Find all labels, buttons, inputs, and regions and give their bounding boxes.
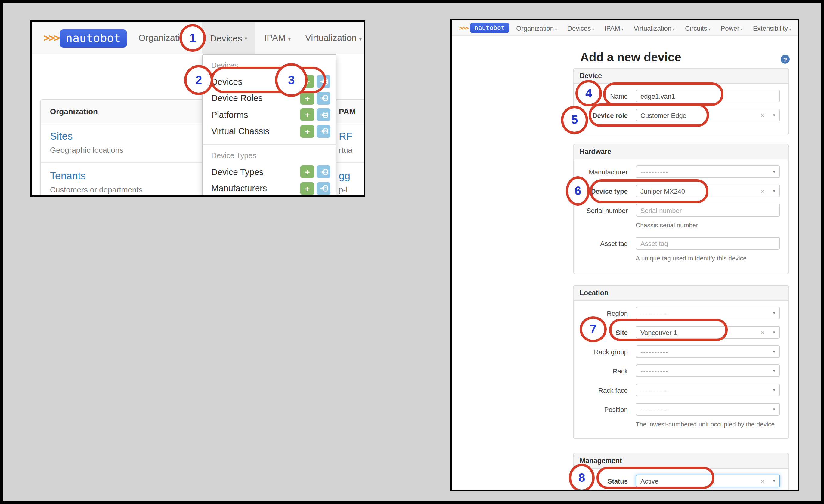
plus-icon: + bbox=[305, 110, 310, 119]
asset-tag-input[interactable] bbox=[640, 240, 775, 247]
rack-group-select[interactable]: ---------- ▾ bbox=[636, 345, 780, 358]
annotation-circle-7: 7 bbox=[580, 317, 607, 342]
import-platforms-button[interactable] bbox=[317, 108, 330, 121]
menu-item-platforms[interactable]: Platforms + bbox=[203, 107, 336, 123]
annotation-circle-2: 2 bbox=[184, 65, 213, 95]
add-platforms-button[interactable]: + bbox=[300, 108, 314, 121]
import-manufacturers-button[interactable] bbox=[317, 182, 330, 195]
chevron-down-icon: ▾ bbox=[359, 36, 362, 42]
import-icon bbox=[319, 168, 328, 175]
page-title: Add a new device bbox=[580, 50, 681, 65]
tutorial-canvas: >>> nautobot Organization▾ Devices▾ IPAM… bbox=[0, 0, 824, 504]
chevron-down-icon[interactable]: ▾ bbox=[773, 188, 775, 194]
rack-face-label: Rack face bbox=[582, 386, 628, 394]
clear-icon[interactable]: × bbox=[761, 112, 765, 119]
add-device-types-button[interactable]: + bbox=[300, 165, 314, 178]
clear-icon[interactable]: × bbox=[761, 477, 765, 485]
chevron-down-icon: ▾ bbox=[708, 27, 710, 31]
nautobot-logo[interactable]: nautobot bbox=[470, 23, 509, 33]
screenshot-add-device-form: >>> nautobot Organization▾ Devices▾ IPAM… bbox=[450, 19, 799, 491]
manufacturer-select[interactable]: ---------- ▾ bbox=[636, 165, 780, 178]
plus-icon: + bbox=[305, 127, 310, 136]
aggregates-link-fragment[interactable]: gg bbox=[339, 170, 366, 182]
chevron-down-icon[interactable]: ▾ bbox=[773, 478, 775, 484]
nav-item-devices[interactable]: Devices▾ bbox=[202, 22, 255, 54]
location-panel-title: Location bbox=[574, 286, 789, 301]
nautobot-chevrons-icon: >>> bbox=[43, 31, 59, 44]
nav-item-devices[interactable]: Devices▾ bbox=[567, 24, 594, 31]
region-label: Region bbox=[582, 309, 628, 317]
annotation-circle-6: 6 bbox=[566, 176, 590, 206]
clear-icon[interactable]: × bbox=[761, 187, 765, 195]
menu-item-virtual-chassis[interactable]: Virtual Chassis + bbox=[203, 123, 336, 139]
manufacturer-label: Manufacturer bbox=[582, 168, 628, 175]
region-select[interactable]: ---------- ▾ bbox=[636, 307, 780, 320]
manufacturer-placeholder: ---------- bbox=[640, 168, 773, 175]
nav-item-organization[interactable]: Organization▾ bbox=[516, 24, 557, 31]
vrfs-link-fragment[interactable]: RF bbox=[339, 130, 366, 142]
menu-item-device-types[interactable]: Device Types + bbox=[203, 163, 336, 180]
import-virtual-chassis-button[interactable] bbox=[317, 125, 330, 137]
dropdown-section-header: Device Types bbox=[203, 150, 336, 163]
import-icon bbox=[319, 127, 328, 135]
asset-tag-field[interactable] bbox=[636, 237, 780, 250]
chevron-down-icon: ▾ bbox=[245, 35, 247, 41]
add-manufacturers-button[interactable]: + bbox=[300, 182, 314, 195]
import-device-roles-button[interactable] bbox=[317, 92, 330, 104]
chevron-down-icon[interactable]: ▾ bbox=[773, 310, 775, 316]
chevron-down-icon: ▾ bbox=[592, 27, 594, 31]
chevron-down-icon[interactable]: ▾ bbox=[773, 387, 775, 393]
nav-item-circuits[interactable]: Circuits▾ bbox=[685, 24, 710, 31]
nav-item-power[interactable]: Power▾ bbox=[721, 24, 743, 31]
chevron-down-icon[interactable]: ▾ bbox=[773, 330, 775, 335]
chevron-down-icon: ▾ bbox=[741, 27, 743, 31]
import-device-types-button[interactable] bbox=[317, 165, 330, 178]
nautobot-logo[interactable]: nautobot bbox=[60, 29, 127, 47]
rack-placeholder: ---------- bbox=[640, 367, 773, 374]
add-virtual-chassis-button[interactable]: + bbox=[300, 125, 314, 137]
annotation-circle-5: 5 bbox=[561, 106, 588, 134]
region-placeholder: ---------- bbox=[640, 309, 773, 317]
annotation-pill-name-field bbox=[603, 83, 723, 106]
nav-item-extensibility[interactable]: Extensibility▾ bbox=[753, 24, 791, 31]
navbar: >>> nautobot Organization▾ Devices▾ IPAM… bbox=[452, 20, 798, 36]
chevron-down-icon: ▾ bbox=[555, 27, 557, 31]
chevron-down-icon[interactable]: ▾ bbox=[773, 406, 775, 412]
nav-item-ipam[interactable]: IPAM▾ bbox=[604, 24, 623, 31]
position-help: The lowest-numbered unit occupied by the… bbox=[636, 420, 780, 427]
rack-select[interactable]: ---------- ▾ bbox=[636, 365, 780, 377]
annotation-pill-status-field bbox=[597, 467, 714, 489]
annotation-pill-site-field bbox=[609, 319, 728, 341]
rack-face-select[interactable]: ---------- ▾ bbox=[636, 384, 780, 396]
annotation-circle-4: 4 bbox=[576, 80, 602, 107]
annotation-circle-1: 1 bbox=[179, 24, 206, 52]
serial-number-field[interactable] bbox=[636, 204, 780, 217]
nav-item-ipam[interactable]: IPAM▾ bbox=[264, 32, 291, 43]
device-panel-title: Device bbox=[574, 69, 789, 84]
management-panel-title: Management bbox=[574, 454, 789, 469]
menu-item-manufacturers[interactable]: Manufacturers + bbox=[203, 180, 336, 197]
nautobot-chevrons-icon: >>> bbox=[459, 25, 468, 31]
chevron-down-icon[interactable]: ▾ bbox=[773, 349, 775, 354]
vrfs-description-fragment: rtua bbox=[339, 145, 366, 154]
dropdown-divider bbox=[203, 144, 336, 145]
hardware-panel-title: Hardware bbox=[574, 144, 789, 159]
annotation-pill-device-role-field bbox=[589, 104, 709, 127]
chevron-down-icon[interactable]: ▾ bbox=[773, 113, 775, 118]
position-label: Position bbox=[582, 406, 628, 413]
chevron-down-icon: ▾ bbox=[621, 27, 624, 31]
annotation-pill-device-type-field bbox=[590, 179, 708, 203]
asset-tag-label: Asset tag bbox=[582, 240, 628, 247]
clear-icon[interactable]: × bbox=[761, 329, 765, 336]
serial-number-input[interactable] bbox=[640, 207, 775, 214]
add-device-roles-button[interactable]: + bbox=[300, 92, 314, 104]
help-icon[interactable]: ? bbox=[781, 55, 790, 64]
nav-item-virtualization[interactable]: Virtualization▾ bbox=[305, 32, 362, 43]
chevron-down-icon: ▾ bbox=[288, 36, 291, 42]
position-select[interactable]: ---------- ▾ bbox=[636, 403, 780, 415]
nav-item-virtualization[interactable]: Virtualization▾ bbox=[634, 24, 675, 31]
plus-icon: + bbox=[305, 167, 310, 176]
chevron-down-icon[interactable]: ▾ bbox=[773, 368, 775, 374]
chevron-down-icon[interactable]: ▾ bbox=[773, 169, 775, 174]
asset-tag-help: A unique tag used to identify this devic… bbox=[636, 254, 780, 262]
